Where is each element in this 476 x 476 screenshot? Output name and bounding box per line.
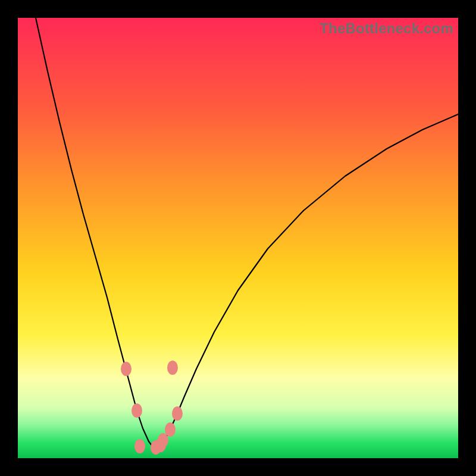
marker-0 [121,362,131,376]
marker-8 [167,361,178,375]
marker-2 [134,439,145,453]
marker-7 [172,406,183,421]
watermark-text: TheBottleneck.com [320,20,453,37]
marker-5 [158,433,168,447]
outer-frame: TheBottleneck.com [0,0,476,476]
curve-markers [121,361,183,455]
bottleneck-curve [36,18,458,449]
marker-6 [165,422,176,437]
curve-layer [18,18,458,458]
plot-area: TheBottleneck.com [18,18,458,458]
marker-1 [131,403,142,418]
